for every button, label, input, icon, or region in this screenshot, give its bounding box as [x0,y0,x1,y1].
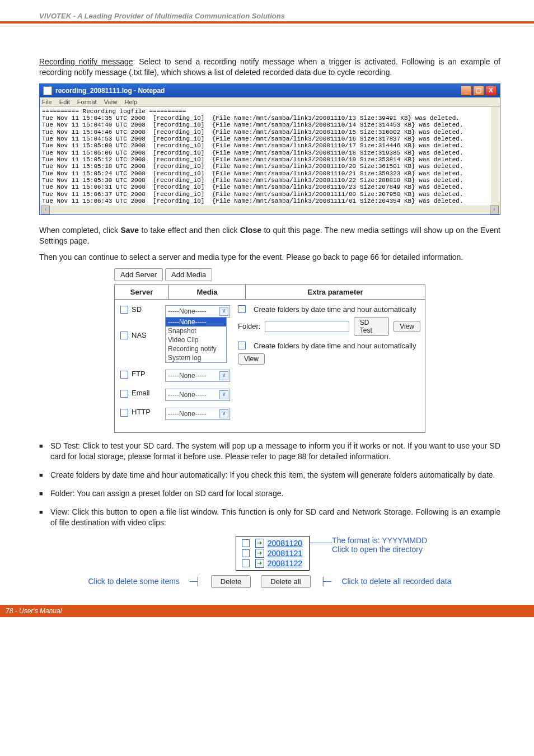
media-dropdown-open[interactable]: -----None----- Snapshot Video Clip Recor… [165,318,227,363]
chevron-down-icon[interactable]: v [219,409,228,418]
chevron-down-icon[interactable]: v [219,371,228,380]
email-sel-text: -----None----- [168,391,207,399]
dir-row-2: ➜ 20081122 [242,559,303,568]
folder-label: Folder: [238,322,260,330]
notepad-body[interactable]: ========== Recording logfile ========== … [40,107,500,206]
save-word: Save [120,226,139,235]
page-footer: 78 - User's Manual [0,605,534,617]
dir-link-2[interactable]: 20081122 [266,559,303,568]
dir-link-0[interactable]: 20081120 [266,539,303,548]
sd-media-select[interactable]: -----None-----v [165,305,230,318]
menu-help[interactable]: Help [124,99,137,105]
menu-edit[interactable]: Edit [59,99,70,105]
email-media-select[interactable]: -----None-----v [165,389,230,401]
row-email: Email -----None-----v [120,389,420,401]
dir-checkbox-1[interactable] [242,549,250,557]
http-label: HTTP [132,408,151,416]
annotation-open: Click to open the directory [332,545,427,554]
page-header: VIVOTEK - A Leading Provider of Multimed… [39,12,285,20]
folder-arrow-icon[interactable]: ➜ [255,549,264,558]
http-media-select[interactable]: -----None-----v [165,408,230,420]
ftp-label: FTP [132,370,146,378]
bullet-sd-test: SD Test: Click to test your SD card. The… [39,441,500,462]
opt-recording-notify[interactable]: Recording notify [166,344,226,353]
h-scrollbar[interactable]: ‹ › [40,206,500,214]
bullet-folder: Folder: You can assign a preset folder o… [39,488,500,499]
folder-arrow-icon[interactable]: ➜ [255,559,264,568]
mid1-pre: When completed, click [39,226,120,235]
http-sel-text: -----None----- [168,410,207,418]
dir-row-0: ➜ 20081120 [242,539,303,548]
dir-row-1: ➜ 20081121 [242,549,303,558]
col-server: Server [115,285,169,299]
folder-input[interactable] [265,321,349,332]
notepad-titlebar[interactable]: recording_20081111.log - Notepad _ ▢ X [40,84,500,97]
sd-checkbox[interactable] [120,306,128,314]
http-checkbox[interactable] [120,409,128,417]
col-media: Media [169,285,246,299]
sd-autodate-checkbox[interactable] [238,305,246,313]
notepad-icon [43,86,52,95]
opt-none[interactable]: -----None----- [166,318,226,326]
bullet-view: View: Click this button to open a file l… [39,507,500,528]
mid-paragraph-1: When completed, click Save to take effec… [39,225,500,246]
close-word: Close [240,226,261,235]
mid1-mid: to take effect and then click [139,226,240,235]
bullet-autofolders: Create folders by date time and hour aut… [39,470,500,480]
menu-format[interactable]: Format [77,99,97,105]
add-media-button[interactable]: Add Media [165,268,212,281]
sd-label: SD [132,305,142,314]
opt-systemlog[interactable]: System log [166,353,226,362]
annotation-format: The format is: YYYYMMDD [332,536,427,545]
ftp-media-select[interactable]: -----None-----v [165,370,230,382]
sd-view-button[interactable]: View [394,321,420,332]
intro-lead: Recording notify message [39,57,133,66]
directory-listing: ➜ 20081120 ➜ 20081121 ➜ 20081122 [236,536,310,571]
opt-videoclip[interactable]: Video Clip [166,335,226,344]
annotation-delete-some: Click to delete some items [88,577,180,586]
nas-checkbox[interactable] [120,332,128,339]
intro-paragraph: Recording notify message: Select to send… [39,57,500,78]
sd-test-button[interactable]: SD Test [354,317,389,336]
notepad-menubar[interactable]: File Edit Format View Help [40,97,500,107]
server-media-header: Server Media Extra parameter [114,284,425,300]
minimize-button[interactable]: _ [461,86,472,96]
folder-arrow-icon[interactable]: ➜ [255,539,264,548]
dir-link-1[interactable]: 20081121 [266,549,303,558]
chevron-down-icon[interactable]: v [219,307,228,316]
email-checkbox[interactable] [120,390,128,398]
menu-file[interactable]: File [42,99,52,105]
email-label: Email [132,389,150,397]
scroll-left-icon[interactable]: ‹ [41,206,50,214]
notepad-title: recording_20081111.log - Notepad [55,87,165,95]
server-media-panel: Add Server Add Media Server Media Extra … [114,268,425,433]
delete-all-button[interactable]: Delete all [261,575,310,588]
dir-checkbox-0[interactable] [242,539,250,547]
dir-checkbox-2[interactable] [242,559,250,567]
sd-autodate-label: Create folders by date time and hour aut… [254,305,416,314]
opt-snapshot[interactable]: Snapshot [166,326,226,335]
nas-view-button[interactable]: View [238,353,265,365]
close-button[interactable]: X [485,86,496,96]
annotation-delete-all: Click to delete all recorded data [341,577,451,586]
maximize-button[interactable]: ▢ [473,86,484,96]
nas-label: NAS [132,331,147,339]
scroll-right-icon[interactable]: › [490,206,499,214]
delete-button[interactable]: Delete [211,575,251,588]
menu-view[interactable]: View [104,99,118,105]
add-server-button[interactable]: Add Server [114,268,163,281]
nas-autodate-label: Create folders by date time and hour aut… [254,342,416,350]
notepad-window: recording_20081111.log - Notepad _ ▢ X F… [39,83,500,215]
chevron-down-icon[interactable]: v [219,390,228,399]
row-sd: SD -----None-----v -----None----- Snapsh… [120,305,420,368]
row-http: HTTP -----None-----v [120,408,420,420]
nas-autodate-checkbox[interactable] [238,342,246,349]
ftp-checkbox[interactable] [120,371,128,379]
ftp-sel-text: -----None----- [168,372,207,380]
row-ftp: FTP -----None-----v [120,370,420,382]
col-extra: Extra parameter [246,285,425,299]
sd-sel-text: -----None----- [168,307,207,315]
mid-paragraph-2: Then you can continue to select a server… [39,252,500,263]
